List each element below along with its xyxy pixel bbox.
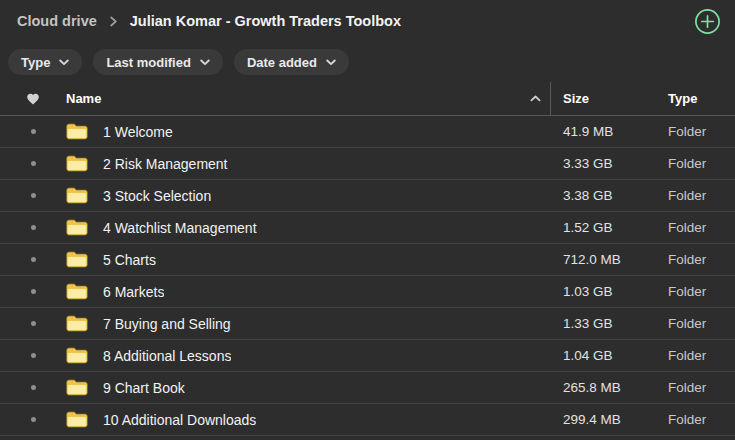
file-type: Folder: [668, 220, 735, 235]
file-size: 1.33 GB: [550, 316, 668, 331]
file-name[interactable]: 10 Additional Downloads: [103, 412, 256, 428]
file-size: 1.52 GB: [550, 220, 668, 235]
table-row[interactable]: 9 Chart Book 265.8 MB Folder: [0, 372, 735, 404]
filter-bar: Type Last modified Date added: [0, 42, 735, 82]
filter-date-added[interactable]: Date added: [234, 49, 349, 75]
filter-type-label: Type: [21, 55, 50, 70]
file-size: 265.8 MB: [550, 380, 668, 395]
file-name[interactable]: 4 Watchlist Management: [103, 220, 257, 236]
table-row[interactable]: 6 Markets 1.03 GB Folder: [0, 276, 735, 308]
folder-icon: [66, 347, 88, 364]
sort-ascending-icon[interactable]: [530, 95, 541, 102]
file-name[interactable]: 5 Charts: [103, 252, 156, 268]
item-dot-icon: [31, 129, 36, 134]
file-type: Folder: [668, 348, 735, 363]
file-type: Folder: [668, 316, 735, 331]
table-row[interactable]: 10 Additional Downloads 299.4 MB Folder: [0, 404, 735, 436]
breadcrumb: Cloud drive Julian Komar - Growth Trader…: [17, 13, 401, 29]
file-size: 1.04 GB: [550, 348, 668, 363]
file-type: Folder: [668, 412, 735, 427]
file-type: Folder: [668, 284, 735, 299]
chevron-down-icon: [59, 59, 69, 66]
file-size: 3.38 GB: [550, 188, 668, 203]
table-row[interactable]: 5 Charts 712.0 MB Folder: [0, 244, 735, 276]
file-type: Folder: [668, 380, 735, 395]
table-row[interactable]: 4 Watchlist Management 1.52 GB Folder: [0, 212, 735, 244]
file-name[interactable]: 8 Additional Lessons: [103, 348, 231, 364]
chevron-down-icon: [326, 59, 336, 66]
file-size: 3.33 GB: [550, 156, 668, 171]
file-name[interactable]: 7 Buying and Selling: [103, 316, 231, 332]
folder-icon: [66, 219, 88, 236]
file-type: Folder: [668, 188, 735, 203]
file-table: Name Size Type 1 Welcome: [0, 82, 735, 436]
file-type: Folder: [668, 156, 735, 171]
file-name[interactable]: 6 Markets: [103, 284, 164, 300]
filter-last-modified[interactable]: Last modified: [93, 49, 223, 75]
add-button[interactable]: [694, 8, 721, 35]
item-dot-icon: [31, 161, 36, 166]
item-dot-icon: [31, 289, 36, 294]
folder-icon: [66, 411, 88, 428]
chevron-right-icon: [109, 16, 118, 27]
column-header-favorite[interactable]: [0, 92, 66, 105]
table-row[interactable]: 7 Buying and Selling 1.33 GB Folder: [0, 308, 735, 340]
table-row[interactable]: 8 Additional Lessons 1.04 GB Folder: [0, 340, 735, 372]
item-dot-icon: [31, 321, 36, 326]
table-row[interactable]: 2 Risk Management 3.33 GB Folder: [0, 148, 735, 180]
item-dot-icon: [31, 385, 36, 390]
folder-icon: [66, 187, 88, 204]
table-row[interactable]: 3 Stock Selection 3.38 GB Folder: [0, 180, 735, 212]
breadcrumb-root[interactable]: Cloud drive: [17, 13, 97, 29]
column-header-type[interactable]: Type: [668, 91, 697, 106]
item-dot-icon: [31, 417, 36, 422]
item-dot-icon: [31, 353, 36, 358]
folder-icon: [66, 251, 88, 268]
filter-last-modified-label: Last modified: [106, 55, 191, 70]
heart-icon: [26, 92, 40, 105]
folder-icon: [66, 283, 88, 300]
file-size: 41.9 MB: [550, 124, 668, 139]
filter-date-added-label: Date added: [247, 55, 317, 70]
item-dot-icon: [31, 257, 36, 262]
topbar: Cloud drive Julian Komar - Growth Trader…: [0, 0, 735, 42]
file-type: Folder: [668, 252, 735, 267]
file-size: 1.03 GB: [550, 284, 668, 299]
item-dot-icon: [31, 225, 36, 230]
file-name[interactable]: 3 Stock Selection: [103, 188, 211, 204]
folder-icon: [66, 123, 88, 140]
folder-icon: [66, 155, 88, 172]
table-header-row: Name Size Type: [0, 82, 735, 116]
file-name[interactable]: 2 Risk Management: [103, 156, 228, 172]
file-name[interactable]: 9 Chart Book: [103, 380, 185, 396]
file-size: 299.4 MB: [550, 412, 668, 427]
file-list: 1 Welcome 41.9 MB Folder 2 Risk Manageme…: [0, 116, 735, 436]
file-name[interactable]: 1 Welcome: [103, 124, 173, 140]
breadcrumb-current: Julian Komar - Growth Traders Toolbox: [130, 13, 401, 29]
file-size: 712.0 MB: [550, 252, 668, 267]
table-row[interactable]: 1 Welcome 41.9 MB Folder: [0, 116, 735, 148]
plus-circle-icon: [694, 8, 721, 35]
chevron-down-icon: [200, 59, 210, 66]
column-header-size[interactable]: Size: [563, 91, 589, 106]
file-type: Folder: [668, 124, 735, 139]
column-header-name[interactable]: Name: [66, 91, 101, 106]
file-manager: Cloud drive Julian Komar - Growth Trader…: [0, 0, 735, 436]
folder-icon: [66, 379, 88, 396]
filter-type[interactable]: Type: [8, 49, 82, 75]
folder-icon: [66, 315, 88, 332]
item-dot-icon: [31, 193, 36, 198]
